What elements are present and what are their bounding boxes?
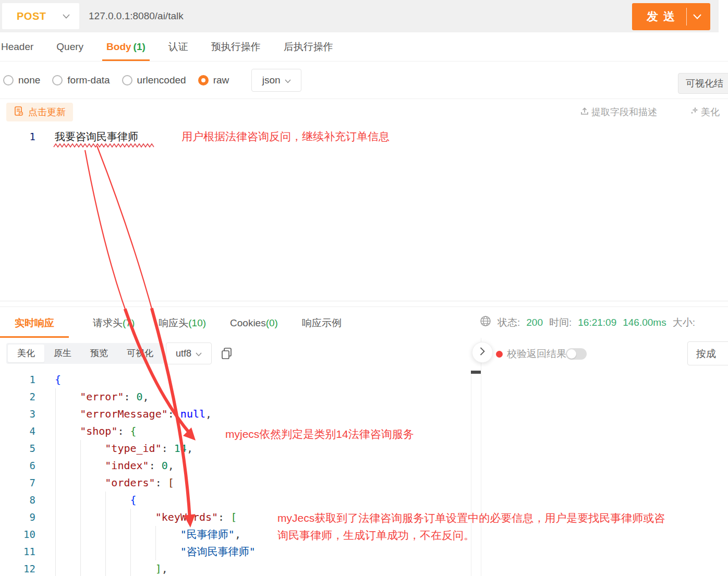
chevron-down-icon [63, 11, 70, 21]
validate-result-toggle[interactable] [566, 348, 587, 360]
indent-guide [80, 440, 81, 576]
response-body-editor[interactable]: 1{2 "error": 0,3 "errorMessage": null,4 … [0, 370, 481, 576]
beautify-button[interactable]: 美化 [689, 99, 720, 125]
chevron-down-icon [285, 75, 291, 86]
code-line: 8 { [0, 492, 481, 509]
view-raw[interactable]: 原生 [44, 345, 81, 362]
toggle-knob [567, 349, 576, 359]
request-editor-toolbar: 点击更新 提取字段和描述 美化 [0, 99, 728, 126]
size-label: 大小: [673, 316, 695, 329]
annotation-typeid-note: myjecs依然判定是类别14法律咨询服务 [225, 425, 414, 443]
response-view-switcher: 美化 原生 预览 可视化 [6, 343, 164, 364]
method-label: POST [17, 10, 46, 22]
indent-guide [105, 492, 106, 576]
radio-form-data[interactable]: form-data [52, 75, 110, 86]
tab-pre-actions[interactable]: 预执行操作 [211, 32, 261, 61]
radio-circle-icon [3, 75, 14, 85]
sparkle-icon [689, 106, 699, 118]
send-button-divider [686, 8, 687, 26]
tab-request-headers[interactable]: 请求头(7) [93, 308, 135, 338]
send-button[interactable]: 发 送 [632, 3, 710, 30]
click-update-button[interactable]: 点击更新 [6, 103, 73, 121]
time-value: 16:21:09 [578, 317, 616, 328]
visualize-result-chip[interactable]: 可视化结 [678, 73, 728, 94]
request-body-text: 我要咨询民事律师 [35, 128, 138, 145]
indent-guide [55, 388, 56, 576]
response-code-lines: 1{2 "error": 0,3 "errorMessage": null,4 … [0, 371, 481, 576]
code-line: 3 "errorMessage": null, [0, 406, 481, 423]
validate-result-label: 校验返回结果 [507, 338, 566, 370]
code-line: 6 "index": 0, [0, 457, 481, 474]
radio-none[interactable]: none [3, 75, 40, 86]
tab-post-actions[interactable]: 后执行操作 [284, 32, 333, 61]
radio-raw[interactable]: raw [198, 75, 229, 86]
code-line: 7 "orders": [ [0, 474, 481, 492]
copy-icon [220, 347, 234, 362]
radio-selected-icon [198, 75, 209, 85]
status-code: 200 [526, 317, 543, 328]
tab-header[interactable]: Header [1, 32, 33, 61]
response-tab-bar: 实时响应 请求头(7) 响应头(10) Cookies(0) 响应示例 状态: … [0, 308, 728, 338]
response-section-border [0, 307, 728, 307]
tab-body[interactable]: Body(1) [106, 32, 145, 61]
send-dropdown-chevron-icon[interactable] [693, 12, 701, 21]
tab-auth[interactable]: 认证 [168, 32, 188, 61]
response-editor-edge [471, 370, 471, 576]
line-number: 1 [0, 128, 35, 145]
document-edit-icon [14, 106, 24, 119]
assert-success-button[interactable]: 按成 [687, 341, 728, 365]
url-input[interactable]: 127.0.0.1:8080/ai/talk [89, 0, 184, 32]
view-beautify[interactable]: 美化 [8, 345, 44, 362]
tab-body-count: (1) [134, 41, 145, 52]
method-select[interactable]: POST [2, 3, 79, 29]
radio-urlencoded[interactable]: urlencoded [122, 75, 186, 86]
api-client-window: POST 127.0.0.1:8080/ai/talk 发 送 Header Q… [0, 0, 728, 576]
raw-format-select[interactable]: json [251, 69, 301, 92]
chevron-down-icon [196, 348, 202, 359]
radio-circle-icon [122, 75, 132, 85]
code-line: 12 ], [0, 560, 481, 576]
url-bar: POST 127.0.0.1:8080/ai/talk 发 送 [0, 0, 728, 32]
body-type-row: none form-data urlencoded raw json 可视化结 [0, 62, 728, 99]
radio-circle-icon [52, 75, 63, 85]
tab-query[interactable]: Query [56, 32, 83, 61]
time-label: 时间: [549, 316, 572, 329]
annotation-keywords-line2: 询民事律师，生成订单成功，不在反问。 [277, 526, 710, 544]
chevron-right-icon [480, 347, 485, 358]
extract-fields-button[interactable]: 提取字段和描述 [580, 99, 657, 125]
request-body-editor[interactable]: 1 我要咨询民事律师 [0, 125, 728, 301]
view-preview[interactable]: 预览 [81, 345, 117, 362]
indent-guide [155, 526, 156, 560]
annotation-request-note: 用户根据法律咨询反问，继续补充订单信息 [181, 128, 390, 145]
response-toolbar: 美化 原生 预览 可视化 utf8 校验返回结果 按成 [0, 338, 728, 370]
annotation-keywords-note: myJecs获取到了法律咨询服务订单设置中的必要信息，用户是要找民事律师或咨 询… [277, 509, 710, 544]
response-status-group: 状态: 200 时间: 16:21:09 146.00ms 大小: [480, 308, 695, 337]
expand-panel-button[interactable] [472, 342, 493, 363]
view-visualize[interactable]: 可视化 [117, 345, 163, 362]
copy-response-button[interactable] [220, 347, 234, 362]
request-tab-bar: Header Query Body(1) 认证 预执行操作 后执行操作 [0, 32, 728, 62]
top-right-panel-corner [719, 0, 728, 32]
validate-status-dot-icon [496, 351, 503, 358]
duration-value: 146.00ms [623, 317, 666, 328]
tab-response-example[interactable]: 响应示例 [302, 308, 342, 338]
status-label: 状态: [498, 316, 520, 329]
annotation-keywords-line1: myJecs获取到了法律咨询服务订单设置中的必要信息，用户是要找民事律师或咨 [277, 509, 710, 526]
tab-cookies[interactable]: Cookies(0) [230, 308, 278, 338]
code-line: 11 "咨询民事律师" [0, 543, 481, 560]
tab-response-headers[interactable]: 响应头(10) [159, 308, 206, 338]
upload-icon [580, 106, 589, 118]
scrollbar-thumb[interactable] [471, 371, 481, 374]
code-line: 1{ [0, 371, 481, 388]
code-line: 2 "error": 0, [0, 388, 481, 406]
indent-guide [130, 509, 131, 576]
send-button-label: 发 送 [647, 9, 676, 24]
globe-icon [480, 315, 491, 329]
tab-realtime-response[interactable]: 实时响应 [0, 308, 69, 338]
encoding-select[interactable]: utf8 [166, 342, 212, 364]
